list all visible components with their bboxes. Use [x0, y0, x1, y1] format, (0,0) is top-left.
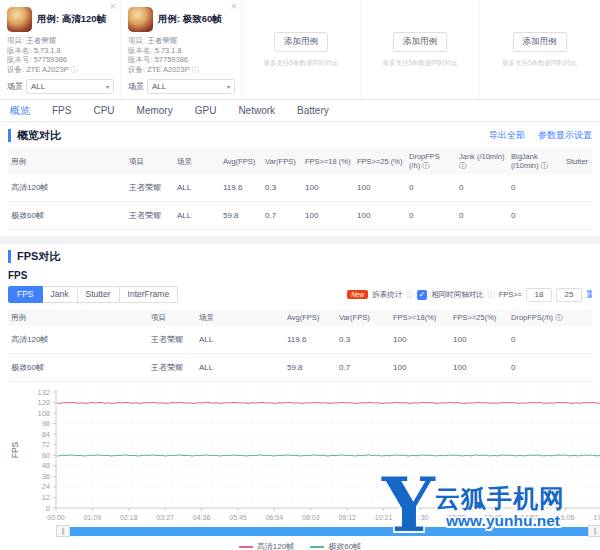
svg-text:12:39: 12:39	[448, 514, 466, 521]
table-cell: 100	[302, 174, 354, 202]
svg-text:132: 132	[37, 388, 50, 397]
table-cell: 100	[450, 326, 508, 354]
table-cell: 0	[508, 174, 563, 202]
chevron-down-icon: ▾	[106, 83, 109, 90]
nav-tab-2[interactable]: CPU	[93, 105, 114, 116]
legend-label: 极致60帧	[328, 541, 361, 550]
fps-threshold-input-2[interactable]	[556, 288, 582, 302]
scrollbar-right-handle[interactable]: ∥	[588, 525, 600, 537]
table-cell: 59.8	[220, 202, 262, 230]
fps-controls-row: FPSJankStutterInterFrame New 拆表统计 ⓘ ✓ 相同…	[8, 286, 592, 303]
svg-text:02:18: 02:18	[120, 514, 138, 521]
game-app-icon	[7, 7, 32, 32]
add-case-button[interactable]: 添加用例	[393, 32, 447, 52]
case-cards-row: × 用例: 高清120帧 项目: 王者荣耀 版本名: 5.73.1.8 版本号:…	[0, 0, 600, 100]
add-case-panel-3: 添加用例 最多支持5条数据同时对比	[480, 0, 599, 99]
metric-tab-0[interactable]: FPS	[8, 286, 43, 303]
case-header: 用例: 高清120帧	[7, 7, 114, 32]
fps-threshold-input-1[interactable]	[526, 288, 552, 302]
svg-text:14:57: 14:57	[520, 514, 538, 521]
overview-links: 导出全部 参数显示设置	[479, 128, 592, 142]
reset-link-clipped[interactable]: 重置	[586, 289, 592, 301]
overview-section: 概览对比 导出全部 参数显示设置 用例项目场景Avg(FPS)Var(FPS)F…	[0, 122, 600, 230]
scene-selected-value: ALL	[31, 82, 45, 91]
section-divider	[0, 236, 600, 244]
column-header: DropFPS (/h) ⓘ	[406, 148, 456, 174]
case-info: 项目: 王者荣耀 版本名: 5.73.1.8 版本号: 57759386 设备:…	[7, 36, 114, 74]
info-icon[interactable]: ⓘ	[406, 290, 413, 300]
split-table-label[interactable]: 拆表统计	[372, 290, 402, 300]
fps-filter-controls: New 拆表统计 ⓘ ✓ 相同时间轴对比 ⓘ FPS>= 重置	[347, 288, 592, 302]
legend-line-swatch	[310, 546, 324, 548]
nav-tab-6[interactable]: Battery	[297, 105, 329, 116]
same-timeline-checkbox[interactable]: ✓	[417, 290, 427, 300]
svg-text:16:06: 16:06	[557, 514, 575, 521]
column-header: Jank (/10min) ⓘ	[456, 148, 508, 174]
nav-tab-0[interactable]: 概览	[10, 104, 30, 118]
case-header: 用例: 极致60帧	[128, 7, 235, 32]
scrollbar-left-handle[interactable]: ∥	[56, 525, 70, 537]
metric-tab-1[interactable]: Jank	[43, 286, 78, 303]
nav-tab-1[interactable]: FPS	[52, 105, 71, 116]
nav-tab-3[interactable]: Memory	[137, 105, 173, 116]
overview-comparison-table: 用例项目场景Avg(FPS)Var(FPS)FPS>=18 (%)FPS>=25…	[8, 148, 592, 230]
table-cell: 王者荣耀	[148, 354, 196, 382]
table-cell: 100	[354, 174, 406, 202]
nav-tab-4[interactable]: GPU	[195, 105, 217, 116]
scrollbar-track[interactable]	[70, 527, 588, 536]
case-field: 版本号: 57759386	[128, 55, 235, 65]
main-nav-tabs: 概览FPSCPUMemoryGPUNetworkBattery	[0, 100, 600, 122]
column-header: 项目	[148, 309, 196, 326]
svg-text:17:15: 17:15	[593, 514, 600, 521]
add-case-hint: 最多支持5条数据同时对比	[263, 59, 338, 68]
metric-tab-2[interactable]: Stutter	[78, 286, 120, 303]
svg-text:09:12: 09:12	[338, 514, 356, 521]
case-title: 用例: 极致60帧	[158, 13, 222, 26]
svg-text:01:09: 01:09	[84, 514, 102, 521]
table-row: 高清120帧王者荣耀ALL119.60.31001000	[8, 326, 592, 354]
column-header: BigJank (/10min) ⓘ	[508, 148, 563, 174]
table-cell: 0	[456, 202, 508, 230]
table-cell	[563, 202, 592, 230]
param-display-settings-link[interactable]: 参数显示设置	[538, 130, 592, 140]
scene-selector-row: 场景 ALL ▾	[128, 79, 235, 94]
table-cell: 王者荣耀	[148, 326, 196, 354]
table-cell: ALL	[174, 174, 220, 202]
svg-text:10:21: 10:21	[375, 514, 393, 521]
column-header: FPS>=25 (%)	[354, 148, 406, 174]
legend-item-0[interactable]: 高清120帧	[239, 541, 294, 550]
column-header: FPS>=18(%)	[390, 309, 450, 326]
scene-select[interactable]: ALL ▾	[147, 79, 235, 94]
section-title-fps: FPS对比	[8, 250, 60, 263]
table-cell: 119.6	[284, 326, 336, 354]
metric-button-group: FPSJankStutterInterFrame	[8, 286, 178, 303]
table-cell: 0.3	[262, 174, 302, 202]
info-icon[interactable]: ⓘ	[192, 66, 199, 73]
table-cell: 高清120帧	[8, 326, 148, 354]
close-icon[interactable]: ×	[110, 1, 116, 12]
add-case-button[interactable]: 添加用例	[274, 32, 328, 52]
case-info: 项目: 王者荣耀 版本名: 5.73.1.8 版本号: 57759386 设备:…	[128, 36, 235, 74]
info-icon[interactable]: ⓘ	[71, 66, 78, 73]
info-icon[interactable]: ⓘ	[488, 290, 495, 300]
case-field: 设备: ZTE A2023P ⓘ	[128, 65, 235, 75]
svg-text:03:27: 03:27	[156, 514, 174, 521]
svg-text:84: 84	[42, 430, 50, 439]
export-all-link[interactable]: 导出全部	[489, 130, 525, 140]
column-header: 项目	[126, 148, 174, 174]
close-icon[interactable]: ×	[231, 1, 237, 12]
column-header: 场景	[196, 309, 284, 326]
case-field: 项目: 王者荣耀	[128, 36, 235, 46]
legend-item-1[interactable]: 极致60帧	[310, 541, 361, 550]
nav-tab-5[interactable]: Network	[238, 105, 275, 116]
svg-text:48: 48	[42, 461, 50, 470]
case-card-1: × 用例: 高清120帧 项目: 王者荣耀 版本名: 5.73.1.8 版本号:…	[0, 0, 121, 99]
scene-label: 场景	[128, 81, 144, 92]
svg-text:11:30: 11:30	[412, 514, 429, 521]
scene-select[interactable]: ALL ▾	[26, 79, 114, 94]
svg-text:FPS: FPS	[10, 441, 20, 458]
scene-label: 场景	[7, 81, 23, 92]
metric-tab-3[interactable]: InterFrame	[120, 286, 179, 303]
fps-section: FPS对比 FPS FPSJankStutterInterFrame New 拆…	[0, 244, 600, 550]
add-case-button[interactable]: 添加用例	[513, 32, 567, 52]
